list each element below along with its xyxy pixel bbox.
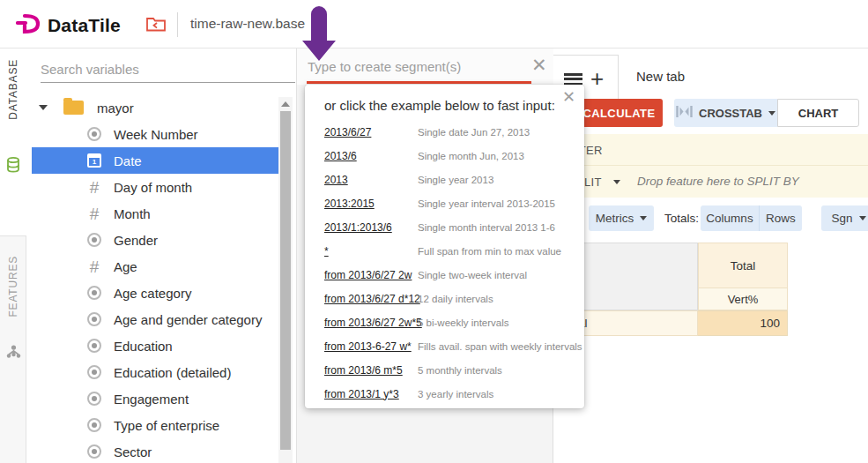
example-row-from-2013-6-27-d-12: from 2013/6/27 d*1212 daily intervals bbox=[305, 287, 584, 310]
menu-icon[interactable] bbox=[564, 73, 582, 85]
scroll-up-icon[interactable] bbox=[281, 101, 290, 107]
drop-zones: FILTER SPLIT Drop feature here to SPLIT … bbox=[553, 134, 868, 198]
example-row-from-2013-6-27-2w-5: from 2013/6/27 2w*55 bi-weekly intervals bbox=[305, 310, 584, 334]
example-row-from-2013-6-m-5: from 2013/6 m*55 monthly intervals bbox=[305, 358, 584, 382]
example-description: Single year interval 2013-2015 bbox=[418, 198, 555, 209]
scrollbar-thumb[interactable] bbox=[280, 111, 291, 450]
tree-item-age-category[interactable]: Age category bbox=[32, 280, 278, 306]
tree-item-engagement[interactable]: Engagement bbox=[32, 385, 278, 412]
example-row-from-2013-6-27-2w: from 2013/6/27 2wSingle two-week interva… bbox=[305, 263, 584, 287]
clear-segment-icon[interactable]: ✕ bbox=[531, 56, 547, 74]
example-description: Full span from min to max value bbox=[418, 246, 561, 257]
totals-toggle-group: Columns Rows bbox=[701, 205, 802, 231]
example-code-link[interactable]: * bbox=[324, 245, 329, 258]
sgn-button[interactable]: Sgn bbox=[821, 205, 868, 231]
example-code-link[interactable]: from 2013/6/27 2w bbox=[324, 269, 412, 281]
radio-icon bbox=[86, 286, 102, 300]
tree-item-age[interactable]: #Age bbox=[32, 253, 278, 280]
sgn-dropdown-icon bbox=[859, 216, 866, 220]
example-row-from-2013-1-y-3: from 2013/1 y*33 yearly intervals bbox=[305, 382, 584, 406]
tree-item-label: Week Number bbox=[114, 127, 198, 142]
example-description: 3 yearly intervals bbox=[418, 389, 493, 400]
calculate-button[interactable]: CALCULATE bbox=[575, 99, 663, 127]
example-description: Single two-week interval bbox=[418, 270, 527, 280]
example-code-link[interactable]: from 2013/6/27 2w*5 bbox=[324, 317, 422, 329]
tree-item-sector[interactable]: Sector bbox=[32, 438, 278, 463]
example-description: 5 bi-weekly intervals bbox=[418, 317, 509, 328]
example-description: Single month Jun, 2013 bbox=[418, 151, 524, 161]
crosstab-dropdown-icon[interactable] bbox=[768, 111, 775, 116]
tree-item-day-of-month[interactable]: #Day of month bbox=[32, 174, 278, 200]
search-underline bbox=[41, 82, 295, 83]
folder-icon bbox=[63, 101, 84, 115]
example-description: Single date Jun 27, 2013 bbox=[418, 127, 530, 138]
tree-item-type-of-enterprise[interactable]: Type of enterprise bbox=[32, 412, 278, 438]
radio-icon bbox=[86, 392, 102, 406]
tree-item-age-and-gender-category[interactable]: Age and gender category bbox=[32, 306, 278, 332]
segment-input[interactable] bbox=[308, 56, 519, 77]
table-value-cell[interactable]: 100 bbox=[698, 310, 788, 336]
totals-columns-button[interactable]: Columns bbox=[701, 205, 760, 231]
totals-rows-button[interactable]: Rows bbox=[760, 205, 802, 231]
hash-icon: # bbox=[86, 205, 102, 222]
example-code-link[interactable]: from 2013/6/27 d*12 bbox=[324, 293, 420, 305]
example-description: Single year 2013 bbox=[418, 175, 493, 185]
tab-new-tab[interactable]: New tab bbox=[636, 69, 685, 84]
example-code-link[interactable]: from 2013-6-27 w* bbox=[324, 340, 412, 353]
hash-icon: # bbox=[86, 179, 102, 196]
tree-item-label: Date bbox=[114, 153, 142, 168]
example-code-link[interactable]: 2013 bbox=[324, 174, 348, 186]
table-metric-header[interactable]: Vert% bbox=[698, 288, 788, 310]
add-tab-icon[interactable]: + bbox=[590, 65, 604, 93]
tree-item-label: Day of month bbox=[114, 180, 192, 195]
folder-label: mayor bbox=[97, 101, 134, 116]
tree-item-month[interactable]: #Month bbox=[32, 200, 278, 227]
tree-folder-mayor[interactable]: mayor bbox=[32, 94, 278, 121]
radio-icon bbox=[86, 365, 102, 379]
example-code-link[interactable]: 2013/6/27 bbox=[324, 126, 371, 138]
segment-examples-popup: or click the example below to fast input… bbox=[305, 85, 584, 408]
sidebar-tab-features[interactable]: FEATURES bbox=[0, 236, 26, 426]
example-code-link[interactable]: 2013/6 bbox=[324, 150, 357, 162]
radio-icon bbox=[86, 127, 102, 141]
tab-features-label: FEATURES bbox=[7, 256, 19, 317]
variables-panel: mayor Week Number1Date#Day of month#Mont… bbox=[26, 49, 297, 463]
tree-item-label: Sector bbox=[114, 444, 152, 459]
tree-item-date[interactable]: 1Date bbox=[32, 147, 278, 174]
segment-input-underline bbox=[307, 81, 531, 84]
filter-drop-zone[interactable]: FILTER bbox=[553, 134, 868, 166]
example-code-link[interactable]: from 2013/6 m*5 bbox=[324, 364, 403, 377]
caret-down-icon[interactable] bbox=[39, 105, 48, 110]
search-input[interactable] bbox=[41, 57, 278, 80]
chart-button[interactable]: CHART bbox=[777, 99, 859, 127]
crosstab-label: CROSSTAB bbox=[699, 107, 762, 120]
example-code-link[interactable]: 2013:2015 bbox=[324, 198, 375, 210]
sidebar-tab-database[interactable]: DATABASE bbox=[0, 49, 26, 236]
example-description: 12 daily intervals bbox=[418, 294, 493, 304]
tree-item-label: Education bbox=[114, 339, 173, 354]
tree-item-gender[interactable]: Gender bbox=[32, 227, 278, 253]
table-column-header[interactable]: Total bbox=[698, 243, 788, 288]
app-logo[interactable]: DataTile bbox=[16, 11, 121, 41]
example-code-link[interactable]: from 2013/1 y*3 bbox=[324, 388, 399, 400]
variables-tree: mayor Week Number1Date#Day of month#Mont… bbox=[26, 94, 297, 463]
tree-item-education[interactable]: Education bbox=[32, 332, 278, 359]
split-drop-hint[interactable]: Drop feature here to SPLIT BY bbox=[637, 175, 799, 188]
example-row-2013: 2013Single year 2013 bbox=[305, 168, 584, 191]
back-to-folder-icon[interactable] bbox=[145, 15, 167, 36]
annotation-arrow-down bbox=[300, 4, 338, 65]
tree-item-label: Education (detailed) bbox=[114, 365, 231, 380]
tree-scrollbar[interactable] bbox=[278, 97, 293, 463]
crosstab-button[interactable]: CROSSTAB bbox=[674, 99, 777, 127]
radio-icon bbox=[86, 418, 102, 432]
popup-close-icon[interactable]: ✕ bbox=[562, 89, 575, 105]
side-strip: DATABASE FEATURES bbox=[0, 49, 26, 463]
hash-icon: # bbox=[86, 258, 102, 275]
example-code-link[interactable]: 2013/1:2013/6 bbox=[324, 221, 392, 234]
split-dropdown-icon[interactable] bbox=[613, 180, 620, 184]
database-icon bbox=[6, 157, 20, 173]
tree-item-week-number[interactable]: Week Number bbox=[32, 121, 278, 147]
tree-item-education-detailed[interactable]: Education (detailed) bbox=[32, 359, 278, 385]
metrics-button[interactable]: Metrics bbox=[589, 205, 654, 231]
calendar-icon: 1 bbox=[86, 153, 102, 168]
